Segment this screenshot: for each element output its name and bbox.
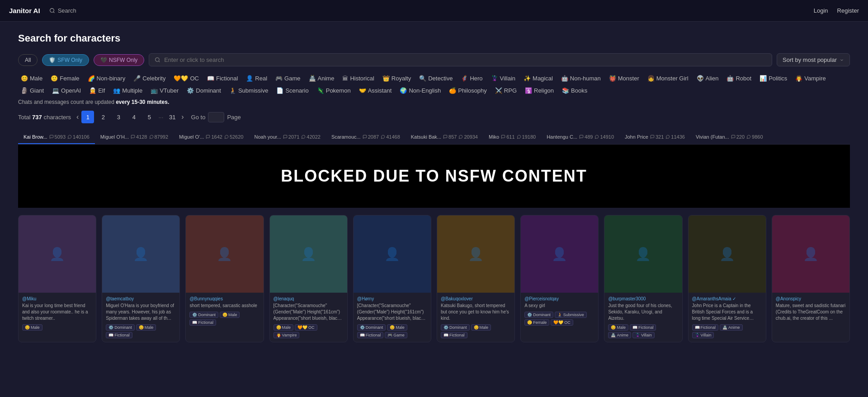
card-desc: A sexy girl <box>524 303 594 309</box>
char-tab-2[interactable]: Miguel O'... 1642 52620 <box>174 131 249 144</box>
char-tab-1[interactable]: Miguel O'H... 4128 87992 <box>95 131 174 144</box>
tag-item-vampire[interactable]: 🧛Vampire <box>793 74 828 83</box>
total-label: Total 737 characters <box>18 114 71 121</box>
header-left: Janitor AI Search <box>9 7 76 14</box>
char-tab-0[interactable]: Kai Brow... 5093 140106 <box>18 131 95 144</box>
character-card[interactable]: 👤 @Bakuqoxlover Katsuki Bakugo, short te… <box>437 215 515 342</box>
tag-item-giant[interactable]: 🗿Giant <box>18 86 47 95</box>
tag-item-fictional[interactable]: 📖Fictional <box>204 74 241 83</box>
character-card[interactable]: 👤 @Miku Kai is your long time best frien… <box>18 215 96 342</box>
tag-item-non-english[interactable]: 🌍Non-English <box>397 86 443 95</box>
tag-item-rpg[interactable]: ⚔️RPG <box>492 86 519 95</box>
card-author: @Hørny <box>357 296 427 301</box>
character-card[interactable]: 👤 @burpmaster3000 Just the good four of … <box>604 215 682 342</box>
tag-item-alien[interactable]: 👽Alien <box>694 74 722 83</box>
tag-item-philosophy[interactable]: 🍊Philosophy <box>446 86 490 95</box>
character-card[interactable]: 👤 @AmaranthsAmaia ✓ John Price is a Capt… <box>688 215 766 342</box>
tag-item-male[interactable]: 😊Male <box>18 74 45 83</box>
character-card[interactable]: 👤 @Pierceisnotqay A sexy girl ⚙️Dominant… <box>520 215 599 342</box>
card-author: @burpmaster3000 <box>608 296 678 301</box>
register-link[interactable]: Register <box>837 7 859 14</box>
tag-item-historical[interactable]: 🏛Historical <box>340 74 377 83</box>
char-tab-9[interactable]: Vivian (Futan... 220 9860 <box>690 131 769 144</box>
page-1-button[interactable]: 1 <box>81 111 94 123</box>
card-tag: 🧛Vampire <box>274 332 300 338</box>
chat-icon <box>731 135 736 139</box>
page-5-button[interactable]: 5 <box>143 111 156 123</box>
page-dots: ··· <box>158 114 163 121</box>
tag-item-submissive[interactable]: 🧎Submissive <box>226 86 271 95</box>
character-card[interactable]: 👤 @lenaquq [Character("Scaramouche" (Gen… <box>269 215 348 342</box>
msg-icon <box>594 135 599 139</box>
tag-item-detective[interactable]: 🔍Detective <box>416 74 455 83</box>
character-card[interactable]: 👤 @taemcatboy Miguel O'Hara is your boyf… <box>102 215 180 342</box>
tag-item-monster[interactable]: 👹Monster <box>606 74 642 83</box>
char-tab-name: Katsuki Bak... <box>411 134 441 140</box>
tag-item-dominant[interactable]: ⚙️Dominant <box>184 86 224 95</box>
tag-item-villain[interactable]: 🦹Villain <box>488 74 518 83</box>
tag-item-multiple[interactable]: 👥Multiple <box>110 86 145 95</box>
tag-item-robot[interactable]: 🤖Robot <box>724 74 754 83</box>
page-31-button[interactable]: 31 <box>166 111 179 123</box>
tag-item-elf[interactable]: 🧝Elf <box>86 86 108 95</box>
card-tags: 😊Male🧡💛OC🧛Vampire <box>274 324 344 338</box>
tag-item-scenario[interactable]: 📄Scenario <box>274 86 311 95</box>
character-card[interactable]: 👤 @Bunnynuqqies short tempered, sarcasti… <box>185 215 264 342</box>
filter-sfw-button[interactable]: 🛡️ SFW Only <box>42 54 89 66</box>
tag-item-non-binary[interactable]: 🌈Non-binary <box>85 74 128 83</box>
next-page-button[interactable]: › <box>181 113 184 121</box>
card-tag: ⚙️Dominant <box>357 324 386 331</box>
tag-item-anime[interactable]: 🏯Anime <box>306 74 337 83</box>
char-tab-8[interactable]: John Price 321 11436 <box>619 131 690 144</box>
tag-item-vtuber[interactable]: 📺VTuber <box>148 86 181 95</box>
tag-item-celebrity[interactable]: 🎤Celebrity <box>131 74 168 83</box>
card-desc: Just the good four of his clones, Sekido… <box>608 303 678 322</box>
search-input-wrap[interactable] <box>149 53 772 66</box>
login-link[interactable]: Login <box>814 7 828 14</box>
filter-all-button[interactable]: All <box>18 54 38 66</box>
page-4-button[interactable]: 4 <box>127 111 140 123</box>
tag-item-oc[interactable]: 🧡💛OC <box>171 74 202 83</box>
tag-item-politics[interactable]: 📊Politics <box>757 74 790 83</box>
msg-icon <box>746 135 751 139</box>
char-tab-6[interactable]: Miko 611 19180 <box>483 131 541 144</box>
card-tags: ⚙️Dominant😊Male📖Fictional <box>189 312 259 326</box>
char-tab-4[interactable]: Scaramouc... 2087 41468 <box>326 131 406 144</box>
page-3-button[interactable]: 3 <box>112 111 125 123</box>
char-tab-7[interactable]: Hantengu C... 489 14910 <box>541 131 619 144</box>
character-card[interactable]: 👤 @Hørny [Character("Scaramouche" (Gende… <box>353 215 431 342</box>
header-search[interactable]: Search <box>49 7 76 14</box>
tag-item-openai[interactable]: 💻OpenAI <box>49 86 84 95</box>
tag-item-hero[interactable]: 🦸Hero <box>458 74 485 83</box>
tag-item-royalty[interactable]: 👑Royalty <box>380 74 414 83</box>
char-tab-3[interactable]: Noah your... 2071 42022 <box>249 131 326 144</box>
tag-item-real[interactable]: 👤Real <box>243 74 270 83</box>
prev-page-button[interactable]: ‹ <box>76 113 79 121</box>
chat-icon <box>443 135 448 139</box>
tag-item-game[interactable]: 🎮Game <box>273 74 303 83</box>
page-2-button[interactable]: 2 <box>97 111 109 123</box>
tag-item-assistant[interactable]: 🤝Assistant <box>356 86 395 95</box>
go-to-input[interactable] <box>208 112 224 122</box>
tag-item-monster-girl[interactable]: 👧Monster Girl <box>645 74 691 83</box>
tag-item-pokemon[interactable]: 🦎Pokemon <box>314 86 354 95</box>
card-desc: Miguel O'Hara is your boyfriend of many … <box>106 303 176 322</box>
char-tab-name: Scaramouc... <box>331 134 361 140</box>
character-card[interactable]: 👤 @Anonspicy Mature, sweet and sadistic … <box>772 215 850 342</box>
logo: Janitor AI <box>9 7 40 14</box>
card-tag: 🧡💛OC <box>295 324 317 331</box>
char-tab-5[interactable]: Katsuki Bak... 857 20934 <box>406 131 483 144</box>
header: Janitor AI Search Login Register <box>0 0 868 22</box>
card-avatar: 👤 <box>354 215 431 293</box>
tag-item-non-human[interactable]: 🤖Non-human <box>558 74 604 83</box>
card-tag: 📖Fictional <box>189 319 216 326</box>
tag-item-religon[interactable]: 🛐Religon <box>522 86 557 95</box>
tag-item-female[interactable]: 🙂Female <box>48 74 82 83</box>
msg-icon <box>149 135 154 139</box>
search-input[interactable] <box>164 56 766 63</box>
filter-nsfw-button[interactable]: 🖤 NSFW Only <box>94 54 144 66</box>
sort-dropdown[interactable]: Sort by most popular <box>777 53 850 66</box>
tag-item-books[interactable]: 📚Books <box>559 86 590 95</box>
tag-item-magical[interactable]: ✨Magical <box>521 74 556 83</box>
card-tag: ⚙️Dominant <box>189 312 218 318</box>
